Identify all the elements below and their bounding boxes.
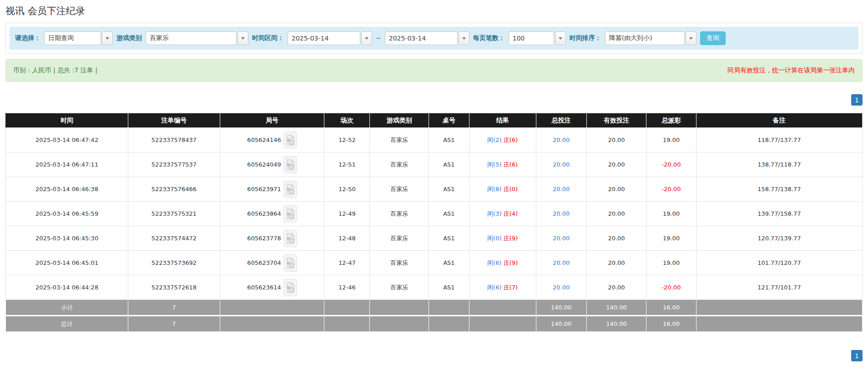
column-header: 有效投注 bbox=[586, 113, 646, 128]
round-id-cell: 605623971 bbox=[220, 177, 324, 202]
total-bet-link[interactable]: 20.00 bbox=[553, 284, 570, 291]
total-bet-cell: 20.00 bbox=[536, 226, 586, 251]
result-player: 闲(6) bbox=[487, 259, 501, 266]
result-banker: 庄(9) bbox=[504, 235, 518, 242]
payout-value: 19.00 bbox=[663, 235, 680, 242]
column-header: 总派彩 bbox=[646, 113, 696, 128]
valid-bet-notice: 同局有效投注，统一计算在该局第一张注单内 bbox=[727, 66, 855, 75]
total-bet-link[interactable]: 20.00 bbox=[553, 259, 570, 266]
round-id: 605623778 bbox=[247, 235, 281, 242]
payout-cell: 19.00 bbox=[646, 128, 696, 152]
total-bet-link[interactable]: 20.00 bbox=[553, 186, 570, 193]
valid-bet-sum-cell: 140.00 bbox=[586, 316, 646, 332]
column-header: 备注 bbox=[696, 113, 862, 128]
bet-table-header-row: 时间注单编号局号场次游戏类别桌号结果总投注有效投注总派彩备注 bbox=[6, 113, 863, 128]
table-number-cell: AS1 bbox=[429, 128, 469, 152]
sort-order-input[interactable] bbox=[605, 31, 685, 45]
table-number-cell: AS1 bbox=[429, 251, 469, 275]
session-cell: 12-46 bbox=[324, 275, 370, 300]
total-label-cell: 总计 bbox=[6, 316, 128, 332]
round-id: 605623614 bbox=[247, 284, 281, 291]
date-from-input[interactable] bbox=[288, 31, 360, 45]
result-banker: 庄(7) bbox=[504, 284, 518, 291]
date-to-input[interactable] bbox=[385, 31, 458, 45]
chevron-down-icon bbox=[559, 37, 562, 40]
date-to-picker[interactable] bbox=[385, 31, 469, 45]
chevron-down-icon bbox=[106, 37, 109, 40]
video-replay-button[interactable] bbox=[283, 181, 297, 198]
valid-bet-cell: 20.00 bbox=[586, 251, 646, 275]
sort-order-select[interactable] bbox=[605, 31, 696, 45]
column-header: 时间 bbox=[6, 113, 128, 128]
video-replay-icon bbox=[286, 184, 294, 195]
bet-record-row: 2025-03-14 06:44:28522337572618605623614… bbox=[6, 275, 863, 300]
bet-id-cell: 522337572618 bbox=[128, 275, 220, 300]
bet-time-cell: 2025-03-14 06:46:38 bbox=[6, 177, 128, 202]
game-type-input[interactable] bbox=[146, 31, 237, 45]
bet-id-cell: 522337575321 bbox=[128, 202, 220, 226]
column-header: 总投注 bbox=[536, 113, 586, 128]
time-range-label: 时间区间： bbox=[252, 34, 284, 42]
total-bet-link[interactable]: 20.00 bbox=[553, 161, 570, 168]
page-size-dropdown-button[interactable] bbox=[555, 31, 566, 45]
total-bet-link[interactable]: 20.00 bbox=[553, 210, 570, 217]
bet-record-row: 2025-03-14 06:45:59522337575321605623864… bbox=[6, 202, 863, 226]
video-replay-button[interactable] bbox=[283, 156, 297, 173]
bet-time-cell: 2025-03-14 06:47:11 bbox=[6, 152, 128, 177]
date-to-dropdown-button[interactable] bbox=[459, 31, 469, 45]
page-1-button[interactable]: 1 bbox=[851, 94, 863, 106]
page-size-input[interactable] bbox=[509, 31, 554, 45]
empty-cell bbox=[696, 316, 862, 332]
payout-value: -20.00 bbox=[662, 284, 681, 291]
table-number-cell: AS1 bbox=[429, 152, 469, 177]
valid-bet-cell: 20.00 bbox=[586, 202, 646, 226]
sort-order-dropdown-button[interactable] bbox=[686, 31, 696, 45]
total-count-cell: 7 bbox=[128, 316, 220, 332]
total-bet-sum-cell: 140.00 bbox=[536, 316, 586, 332]
game-type-dropdown-button[interactable] bbox=[237, 31, 248, 45]
query-type-input[interactable] bbox=[44, 31, 101, 45]
empty-cell bbox=[469, 300, 536, 316]
select-type-label: 请选择： bbox=[15, 34, 40, 42]
search-button[interactable]: 查询 bbox=[700, 31, 726, 45]
video-replay-button[interactable] bbox=[283, 254, 297, 272]
bet-time-cell: 2025-03-14 06:45:01 bbox=[6, 251, 128, 275]
game-type-select[interactable] bbox=[146, 31, 248, 45]
empty-cell bbox=[370, 316, 429, 332]
payout-cell: -20.00 bbox=[646, 177, 696, 202]
video-replay-button[interactable] bbox=[283, 205, 297, 223]
valid-bet-sum-cell: 140.00 bbox=[586, 300, 646, 316]
column-header: 局号 bbox=[220, 113, 324, 128]
valid-bet-cell: 20.00 bbox=[586, 128, 646, 152]
page-1-button[interactable]: 1 bbox=[851, 350, 863, 361]
total-bet-cell: 20.00 bbox=[536, 177, 586, 202]
result-cell: 闲(6) 庄(9) bbox=[469, 251, 536, 275]
session-cell: 12-48 bbox=[324, 226, 370, 251]
session-cell: 12-47 bbox=[324, 251, 370, 275]
result-cell: 闲(0) 庄(9) bbox=[469, 226, 536, 251]
session-cell: 12-49 bbox=[324, 202, 370, 226]
summary-bar: 币别 : 人民币 | 总共 :7 注单 | 同局有效投注，统一计算在该局第一张注… bbox=[5, 59, 863, 82]
query-type-dropdown-button[interactable] bbox=[102, 31, 113, 45]
total-bet-link[interactable]: 20.00 bbox=[553, 235, 570, 242]
payout-value: -20.00 bbox=[662, 161, 681, 168]
game-type-cell: 百家乐 bbox=[370, 128, 429, 152]
payout-value: -20.00 bbox=[662, 186, 681, 193]
page-size-select[interactable] bbox=[509, 31, 566, 45]
video-replay-button[interactable] bbox=[283, 132, 297, 149]
valid-bet-cell: 20.00 bbox=[586, 152, 646, 177]
payout-sum-cell: 16.00 bbox=[646, 300, 696, 316]
result-player: 闲(5) bbox=[487, 161, 501, 168]
date-from-picker[interactable] bbox=[288, 31, 372, 45]
date-from-dropdown-button[interactable] bbox=[361, 31, 372, 45]
total-bet-link[interactable]: 20.00 bbox=[553, 137, 570, 143]
total-bet-cell: 20.00 bbox=[536, 128, 586, 152]
video-replay-button[interactable] bbox=[283, 279, 297, 296]
result-player: 闲(2) bbox=[487, 137, 501, 143]
payout-cell: -20.00 bbox=[646, 275, 696, 300]
result-cell: 闲(3) 庄(4) bbox=[469, 202, 536, 226]
query-type-select[interactable] bbox=[44, 31, 113, 45]
video-replay-button[interactable] bbox=[283, 230, 297, 247]
bet-id-cell: 522337576466 bbox=[128, 177, 220, 202]
result-banker: 庄(0) bbox=[504, 186, 518, 193]
